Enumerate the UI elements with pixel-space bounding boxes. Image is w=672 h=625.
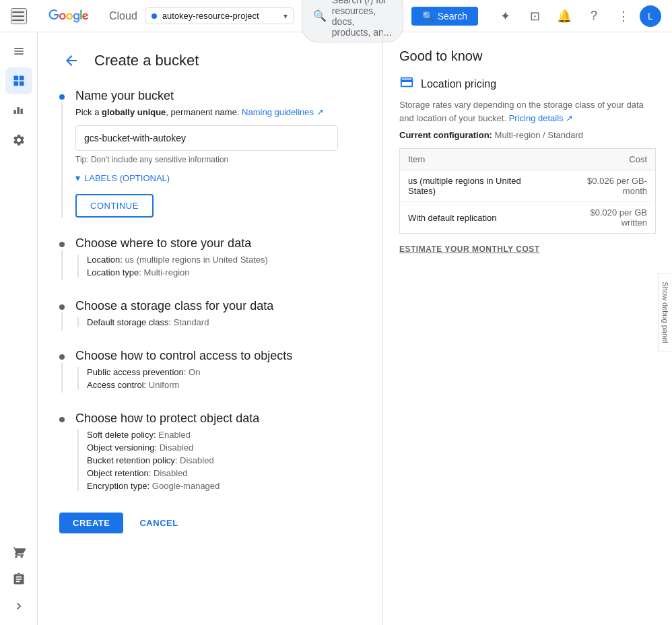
step-4-bullet <box>59 354 65 360</box>
terminal-icon[interactable]: ⊡ <box>521 3 548 30</box>
step-4-title: Choose how to control access to objects <box>75 349 361 363</box>
bookmark-icon[interactable]: ✦ <box>492 3 518 30</box>
sidebar-expand-icon[interactable] <box>5 593 32 620</box>
step-5-encryption: Encryption type: Google-managed <box>87 481 361 491</box>
step-5-retention: Bucket retention policy: Disabled <box>87 455 361 465</box>
step-2: Choose where to store your data Location… <box>59 236 361 280</box>
cancel-button[interactable]: CANCEL <box>134 513 183 533</box>
naming-guidelines-link[interactable]: Naming guidelines ↗ <box>242 107 324 117</box>
step-2-location: Location: us (multiple regions in United… <box>87 255 361 265</box>
search-button[interactable]: 🔍 Search <box>411 7 478 26</box>
step-1-subtitle: Pick a globally unique, permanent name. … <box>75 107 361 117</box>
table-row: us (multiple regions in United States) $… <box>400 170 656 202</box>
chevron-down-icon: ▾ <box>283 11 288 21</box>
google-logo-svg <box>35 9 102 23</box>
step-1: Name your bucket Pick a globally unique,… <box>59 89 361 218</box>
step-1-content: Name your bucket Pick a globally unique,… <box>75 89 361 218</box>
bucket-name-input[interactable] <box>75 125 338 151</box>
step-2-title: Choose where to store your data <box>75 236 361 251</box>
table-col-cost: Cost <box>556 149 655 170</box>
pricing-details-link[interactable]: Pricing details ↗ <box>509 113 574 123</box>
hamburger-menu[interactable] <box>11 8 27 24</box>
step-3: Choose a storage class for your data Def… <box>59 299 361 330</box>
project-dot <box>152 13 157 19</box>
page-header: Create a bucket <box>59 48 361 73</box>
main-content: Create a bucket Name your bucket Pick a … <box>38 32 382 625</box>
project-selector[interactable]: autokey-resource-project ▾ <box>145 7 294 24</box>
step-2-location-type: Location type: Multi-region <box>87 267 361 277</box>
nav-icons: ✦ ⊡ 🔔 ? ⋮ L <box>492 3 661 30</box>
step-3-bullet <box>59 304 65 310</box>
sidebar-analytics-icon[interactable] <box>5 97 32 124</box>
step-3-storage-class: Default storage class: Standard <box>87 317 361 327</box>
notification-icon[interactable]: 🔔 <box>551 3 578 30</box>
avatar[interactable]: L <box>640 5 661 27</box>
sidebar-products-icon[interactable] <box>5 67 32 94</box>
back-button[interactable] <box>59 48 83 73</box>
debug-panel-toggle[interactable]: Show debug panel <box>658 273 672 352</box>
sidebar-home-icon[interactable] <box>5 38 32 65</box>
step-4: Choose how to control access to objects … <box>59 349 361 393</box>
table-col-item: Item <box>400 149 556 170</box>
bottom-actions: CREATE CANCEL <box>59 513 361 533</box>
step-5-details: Soft delete policy: Enabled Object versi… <box>77 430 361 491</box>
step-5: Choose how to protect object data Soft d… <box>59 412 361 494</box>
step-3-details: Default storage class: Standard <box>77 317 361 327</box>
sidebar-clipboard-icon[interactable] <box>5 566 32 593</box>
right-panel: Good to know Location pricing Storage ra… <box>382 32 672 625</box>
step-4-details: Public access prevention: On Access cont… <box>77 367 361 390</box>
step-3-title: Choose a storage class for your data <box>75 299 361 313</box>
help-icon[interactable]: ? <box>580 3 607 30</box>
current-config: Current configuration: Multi-region / St… <box>399 130 656 140</box>
sidebar <box>0 32 38 625</box>
search-icon-btn: 🔍 <box>422 11 434 22</box>
card-header: Location pricing <box>399 75 656 93</box>
step-2-bullet <box>59 242 65 247</box>
table-cell-cost: $0.020 per GB written <box>556 202 655 234</box>
table-cell-item: With default replication <box>400 202 556 234</box>
credit-card-icon <box>399 75 414 93</box>
search-icon: 🔍 <box>313 9 327 22</box>
table-cell-cost: $0.026 per GB-month <box>556 170 655 202</box>
step-1-bullet <box>59 94 65 100</box>
step-1-title: Name your bucket <box>75 89 361 103</box>
table-row: With default replication $0.020 per GB w… <box>400 202 656 234</box>
cloud-text: Cloud <box>109 10 137 22</box>
sidebar-bottom <box>5 539 32 620</box>
top-navigation: Cloud autokey-resource-project ▾ 🔍 Searc… <box>0 0 672 32</box>
project-name: autokey-resource-project <box>162 11 278 21</box>
main-layout: Create a bucket Name your bucket Pick a … <box>0 32 672 625</box>
input-tip: Tip: Don't include any sensitive informa… <box>75 155 361 164</box>
good-to-know-title: Good to know <box>399 48 656 64</box>
chevron-down-icon: ▾ <box>75 172 80 183</box>
create-button[interactable]: CREATE <box>59 513 123 533</box>
step-2-content: Choose where to store your data Location… <box>75 236 361 280</box>
step-5-bullet <box>59 417 65 422</box>
step-4-access-control: Access control: Uniform <box>87 380 361 390</box>
step-5-content: Choose how to protect object data Soft d… <box>75 412 361 494</box>
step-5-obj-retention: Object retention: Disabled <box>87 468 361 478</box>
sidebar-settings-icon[interactable] <box>5 127 32 154</box>
page-title: Create a bucket <box>94 52 199 69</box>
google-cloud-logo[interactable]: Cloud <box>35 9 137 23</box>
step-4-public-access: Public access prevention: On <box>87 367 361 377</box>
location-pricing-card: Location pricing Storage rates vary depe… <box>399 75 656 254</box>
sidebar-cart-icon[interactable] <box>5 539 32 566</box>
step-4-content: Choose how to control access to objects … <box>75 349 361 393</box>
continue-button[interactable]: CONTINUE <box>75 194 154 218</box>
labels-toggle[interactable]: ▾ LABELS (OPTIONAL) <box>75 172 361 183</box>
step-5-title: Choose how to protect object data <box>75 412 361 426</box>
card-title: Location pricing <box>421 78 496 90</box>
step-3-content: Choose a storage class for your data Def… <box>75 299 361 330</box>
table-cell-item: us (multiple regions in United States) <box>400 170 556 202</box>
step-5-versioning: Object versioning: Disabled <box>87 442 361 453</box>
step-2-details: Location: us (multiple regions in United… <box>77 255 361 277</box>
settings-more-icon[interactable]: ⋮ <box>610 3 637 30</box>
step-5-soft-delete: Soft delete policy: Enabled <box>87 430 361 440</box>
card-desc: Storage rates vary depending on the stor… <box>399 98 656 125</box>
pricing-table: Item Cost us (multiple regions in United… <box>399 148 656 234</box>
estimate-monthly-cost-link[interactable]: ESTIMATE YOUR MONTHLY COST <box>399 244 656 254</box>
